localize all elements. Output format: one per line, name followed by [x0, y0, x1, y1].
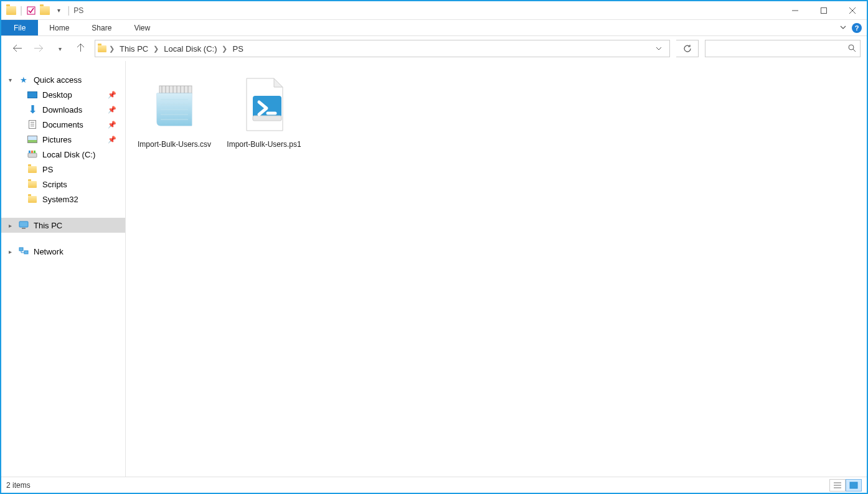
- svg-rect-8: [29, 151, 31, 153]
- maximize-button[interactable]: [809, 1, 838, 20]
- tab-view[interactable]: View: [123, 20, 161, 35]
- sidebar-item-label: Downloads: [42, 105, 82, 114]
- sidebar-item-label: Network: [34, 247, 64, 256]
- svg-rect-10: [34, 151, 35, 153]
- search-icon: [847, 44, 856, 54]
- sidebar-item-label: Scripts: [42, 180, 67, 189]
- pin-icon: 📌: [108, 121, 116, 129]
- sidebar-item-network[interactable]: ▸ Network: [1, 244, 125, 259]
- svg-rect-7: [28, 153, 37, 157]
- chevron-right-icon[interactable]: ❯: [153, 45, 159, 53]
- svg-rect-0: [27, 7, 35, 14]
- sidebar-item-label: Documents: [42, 120, 83, 129]
- file-label: Import-Bulk-Users.ps1: [227, 139, 301, 149]
- back-button[interactable]: 🡠: [10, 41, 25, 56]
- tab-home[interactable]: Home: [38, 20, 80, 35]
- address-dropdown-icon[interactable]: [651, 44, 667, 54]
- sidebar-item-ps[interactable]: PS: [1, 162, 125, 177]
- pin-icon: 📌: [108, 136, 116, 144]
- window-title: PS: [73, 6, 83, 15]
- sidebar-item-documents[interactable]: Documents 📌: [1, 117, 125, 132]
- breadcrumb[interactable]: This PC: [117, 44, 151, 54]
- sidebar-item-label: This PC: [34, 221, 62, 230]
- sidebar-item-label: Local Disk (C:): [42, 150, 95, 159]
- titlebar: | ▾ | PS: [1, 1, 867, 20]
- navigation-pane: ▾ ★ Quick access Desktop 📌 ⬇ Downloads 📌…: [1, 61, 126, 477]
- forward-button[interactable]: 🡢: [31, 41, 46, 56]
- sidebar-item-label: PS: [42, 165, 53, 174]
- expand-icon[interactable]: ▾: [9, 77, 12, 83]
- disk-icon: [27, 149, 37, 159]
- refresh-button[interactable]: [676, 40, 699, 57]
- properties-qat-icon[interactable]: [26, 6, 36, 16]
- details-view-button[interactable]: [829, 479, 846, 492]
- svg-point-5: [849, 45, 854, 50]
- sidebar-item-label: Desktop: [42, 90, 72, 100]
- file-label: Import-Bulk-Users.csv: [138, 139, 211, 149]
- new-folder-qat-icon[interactable]: [40, 6, 50, 15]
- ribbon: File Home Share View ?: [1, 20, 867, 36]
- tab-share[interactable]: Share: [80, 20, 123, 35]
- address-folder-icon: [98, 45, 106, 52]
- separator: |: [67, 5, 70, 16]
- sidebar-item-scripts[interactable]: Scripts: [1, 177, 125, 192]
- pc-icon: [19, 220, 29, 230]
- expand-icon[interactable]: ▸: [9, 222, 12, 229]
- close-button[interactable]: [838, 1, 867, 20]
- desktop-icon: [27, 90, 37, 100]
- svg-rect-13: [19, 248, 23, 251]
- svg-rect-11: [19, 221, 28, 227]
- svg-rect-14: [24, 251, 28, 254]
- expand-ribbon-icon[interactable]: [839, 22, 847, 34]
- search-input[interactable]: [705, 40, 861, 57]
- breadcrumb[interactable]: PS: [230, 44, 245, 54]
- pin-icon: 📌: [108, 91, 116, 99]
- sidebar-item-this-pc[interactable]: ▸ This PC: [1, 218, 125, 233]
- csv-file-icon: [143, 73, 205, 136]
- minimize-button[interactable]: [781, 1, 809, 20]
- file-tab[interactable]: File: [1, 20, 38, 35]
- downloads-icon: ⬇: [27, 105, 37, 114]
- qat-dropdown-icon[interactable]: ▾: [54, 6, 64, 16]
- file-item-ps1[interactable]: Import-Bulk-Users.ps1: [220, 71, 308, 152]
- sidebar-item-desktop[interactable]: Desktop 📌: [1, 87, 125, 102]
- pictures-icon: [27, 134, 37, 144]
- large-icons-view-button[interactable]: [846, 479, 862, 492]
- svg-rect-9: [31, 151, 33, 153]
- chevron-right-icon[interactable]: ❯: [222, 45, 227, 53]
- help-icon[interactable]: ?: [852, 23, 862, 33]
- folder-icon: [27, 194, 37, 204]
- nav-row: 🡠 🡢 ▾ 🡡 ❯ This PC ❯ Local Disk (C:) ❯ PS: [1, 36, 867, 61]
- item-count: 2 items: [6, 481, 31, 490]
- expand-icon[interactable]: ▸: [9, 248, 12, 255]
- svg-rect-12: [22, 228, 26, 229]
- pin-icon: 📌: [108, 106, 116, 114]
- up-button[interactable]: 🡡: [73, 41, 88, 56]
- folder-icon: [27, 179, 37, 189]
- folder-icon: [27, 164, 37, 174]
- chevron-right-icon[interactable]: ❯: [109, 45, 115, 53]
- address-bar[interactable]: ❯ This PC ❯ Local Disk (C:) ❯ PS: [95, 40, 670, 57]
- sidebar-item-system32[interactable]: System32: [1, 192, 125, 207]
- svg-rect-2: [821, 7, 827, 13]
- ps1-file-icon: [233, 73, 295, 136]
- quick-access-label: Quick access: [34, 75, 82, 85]
- svg-line-6: [853, 49, 856, 52]
- svg-rect-35: [850, 482, 857, 488]
- recent-locations-button[interactable]: ▾: [52, 41, 67, 56]
- sidebar-item-downloads[interactable]: ⬇ Downloads 📌: [1, 102, 125, 117]
- documents-icon: [27, 119, 37, 129]
- separator: |: [20, 5, 22, 16]
- quick-access-header[interactable]: ▾ ★ Quick access: [1, 72, 125, 87]
- file-item-csv[interactable]: Import-Bulk-Users.csv: [131, 71, 218, 152]
- sidebar-item-local-disk[interactable]: Local Disk (C:): [1, 147, 125, 162]
- breadcrumb[interactable]: Local Disk (C:): [161, 44, 219, 54]
- sidebar-item-label: Pictures: [42, 135, 72, 144]
- svg-rect-30: [253, 116, 281, 121]
- network-icon: [19, 246, 29, 256]
- svg-rect-15: [159, 86, 192, 93]
- sidebar-item-pictures[interactable]: Pictures 📌: [1, 132, 125, 147]
- status-bar: 2 items: [1, 477, 867, 493]
- sidebar-item-label: System32: [42, 195, 78, 204]
- file-list[interactable]: Import-Bulk-Users.csv Import-Bulk-Users.…: [126, 61, 867, 477]
